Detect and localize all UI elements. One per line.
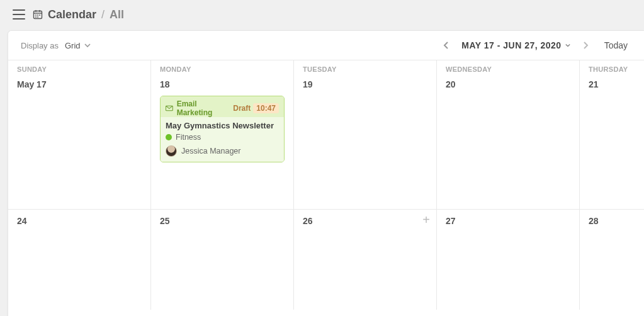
event-body: May Gymnastics Newsletter Fitness Jessic… — [161, 117, 284, 162]
day-number: May 17 — [17, 79, 142, 89]
day-number: 26 — [303, 212, 427, 226]
calendar-grid: SUNDAY May 17 24 MONDAY 18 Email Marketi… — [8, 60, 644, 310]
event-type-label: Email Marketing — [177, 99, 234, 117]
chevron-down-icon — [565, 43, 570, 48]
day-cell[interactable]: 28 — [580, 209, 644, 310]
day-number: 24 — [17, 212, 142, 226]
toolbar: Display as Grid MAY 17 - JUN 27, 2020 To… — [8, 31, 644, 60]
avatar — [166, 145, 177, 157]
event-header: Email Marketing Draft 10:47 — [161, 96, 284, 117]
tag-dot-icon — [166, 134, 172, 140]
day-header: MONDAY — [151, 60, 293, 77]
date-range-picker[interactable]: MAY 17 - JUN 27, 2020 — [461, 40, 570, 50]
display-select[interactable]: Grid — [65, 41, 91, 50]
svg-point-6 — [39, 14, 40, 16]
day-cell[interactable]: 21 — [580, 77, 644, 209]
calendar-icon — [33, 9, 43, 20]
day-header: TUESDAY — [294, 60, 436, 77]
add-event-button[interactable]: + — [422, 213, 430, 226]
hamburger-icon[interactable] — [13, 9, 25, 20]
day-cell[interactable]: 24 — [8, 209, 150, 310]
col-sunday: SUNDAY May 17 24 — [8, 60, 151, 310]
envelope-icon — [166, 105, 173, 111]
calendar-panel: Display as Grid MAY 17 - JUN 27, 2020 To… — [8, 30, 644, 316]
col-tuesday: TUESDAY 19 26 + — [294, 60, 437, 310]
date-nav: MAY 17 - JUN 27, 2020 Today — [440, 38, 631, 53]
day-number: 28 — [589, 212, 635, 226]
day-header: WEDNESDAY — [437, 60, 579, 77]
next-button[interactable] — [579, 39, 592, 52]
day-number: 27 — [446, 212, 570, 226]
breadcrumb-sub[interactable]: All — [110, 8, 124, 21]
day-header: THURSDAY — [580, 60, 644, 77]
svg-point-7 — [35, 16, 37, 18]
col-monday: MONDAY 18 Email Marketing Draft 10:47 — [151, 60, 294, 310]
chevron-left-icon — [443, 41, 449, 50]
top-bar: Calendar / All — [0, 0, 644, 29]
today-button[interactable]: Today — [601, 38, 631, 53]
day-header: SUNDAY — [8, 60, 150, 77]
svg-point-5 — [37, 14, 38, 16]
day-cell[interactable]: 20 — [437, 77, 579, 209]
col-thursday: THURSDAY 21 28 — [580, 60, 644, 310]
event-tag-label: Fitness — [176, 133, 201, 142]
day-number: 20 — [446, 79, 570, 89]
day-cell[interactable]: May 17 — [8, 77, 150, 209]
svg-point-8 — [37, 16, 38, 18]
chevron-down-icon — [84, 42, 91, 48]
event-time: 10:47 — [253, 103, 279, 113]
day-cell[interactable]: 18 Email Marketing Draft 10:47 May Gy — [151, 77, 293, 209]
event-title: May Gymnastics Newsletter — [166, 121, 279, 130]
chevron-right-icon — [582, 41, 589, 50]
day-cell[interactable]: 26 + — [294, 209, 436, 310]
event-card[interactable]: Email Marketing Draft 10:47 May Gymnasti… — [160, 96, 285, 162]
day-number: 18 — [160, 79, 285, 89]
day-cell[interactable]: 27 — [437, 209, 579, 310]
event-tag: Fitness — [166, 133, 279, 142]
svg-point-4 — [35, 14, 37, 16]
display-as-label: Display as — [21, 41, 59, 50]
day-number: 19 — [303, 79, 427, 89]
day-cell[interactable]: 19 — [294, 77, 436, 209]
prev-button[interactable] — [440, 39, 453, 52]
event-person-name: Jessica Manager — [181, 147, 241, 155]
event-status: Draft 10:47 — [233, 103, 279, 113]
event-type: Email Marketing — [166, 99, 233, 117]
display-as: Display as Grid — [21, 41, 91, 50]
event-status-label: Draft — [233, 104, 251, 113]
col-wednesday: WEDNESDAY 20 27 — [437, 60, 580, 310]
breadcrumb: Calendar / All — [33, 8, 124, 21]
day-cell[interactable]: 25 — [151, 209, 293, 310]
date-range-label: MAY 17 - JUN 27, 2020 — [461, 40, 561, 50]
day-number: 21 — [589, 79, 635, 89]
day-number: 25 — [160, 212, 285, 226]
breadcrumb-separator: / — [101, 8, 105, 21]
event-person: Jessica Manager — [166, 145, 279, 157]
breadcrumb-title[interactable]: Calendar — [48, 8, 96, 21]
display-value: Grid — [65, 41, 81, 50]
